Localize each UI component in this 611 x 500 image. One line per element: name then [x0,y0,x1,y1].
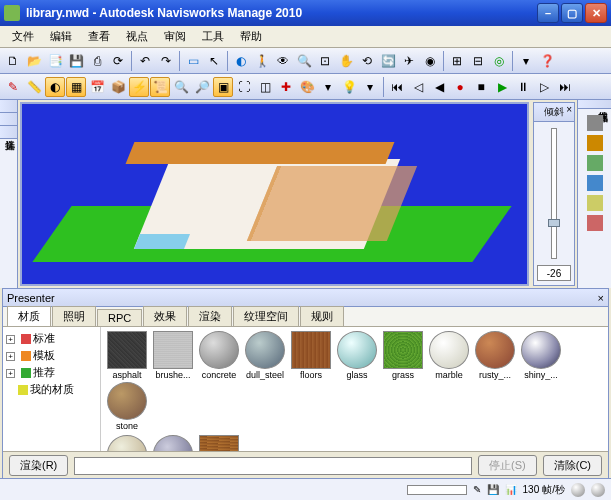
material-stone[interactable]: stone [105,382,149,431]
redline-icon[interactable]: ✎ [3,77,23,97]
pause-icon[interactable]: ⏸ [513,77,533,97]
material-wire[interactable]: wire [151,435,195,451]
measure-icon[interactable]: 📏 [24,77,44,97]
viewpoint-folder-icon[interactable] [587,175,603,191]
presenter-tab-规则[interactable]: 规则 [300,306,344,326]
quick-find-icon[interactable]: 🔎 [192,77,212,97]
pan-icon[interactable]: ✋ [336,51,356,71]
lighting-icon[interactable]: 💡 [339,77,359,97]
close-button[interactable]: ✕ [585,3,607,23]
cursor-icon[interactable]: ↖ [204,51,224,71]
material-shiny_...[interactable]: shiny_... [519,331,563,380]
record-icon[interactable]: ● [450,77,470,97]
material-stucco[interactable]: stucco [105,435,149,451]
presenter-tab-效果[interactable]: 效果 [143,306,187,326]
section-icon[interactable]: ✚ [276,77,296,97]
render-style-icon[interactable]: ▾ [318,77,338,97]
orbit-icon[interactable]: ⟲ [357,51,377,71]
mode-icon[interactable]: ▾ [360,77,380,97]
viewpoint-save-icon[interactable] [587,115,603,131]
menu-视点[interactable]: 视点 [118,27,156,46]
fly-icon[interactable]: ✈ [399,51,419,71]
split-icon[interactable]: ◫ [255,77,275,97]
redo-icon[interactable]: ↷ [156,51,176,71]
turntable-icon[interactable]: ◉ [420,51,440,71]
material-marble[interactable]: marble [427,331,471,380]
next-icon[interactable]: ▷ [534,77,554,97]
side-tab-红线批注工具[interactable]: 红线批注工具 [0,113,17,126]
play-rev-icon[interactable]: ◀ [429,77,449,97]
walk-icon[interactable]: 🚶 [252,51,272,71]
tree-item[interactable]: + 推荐 [6,364,97,381]
material-rusty_...[interactable]: rusty_... [473,331,517,380]
publish-icon[interactable]: ⎙ [87,51,107,71]
side-tab-选择集[interactable]: 选择集 [0,126,17,139]
material-floors[interactable]: floors [289,331,333,380]
tilt-value-input[interactable] [537,265,571,281]
examine-icon[interactable]: 🔄 [378,51,398,71]
tree-item[interactable]: 我的材质 [6,381,97,398]
undo-icon[interactable]: ↶ [135,51,155,71]
3d-viewport[interactable] [20,102,529,286]
menu-工具[interactable]: 工具 [194,27,232,46]
zoom-sel-icon[interactable]: ⊟ [468,51,488,71]
tree-item[interactable]: + 标准 [6,330,97,347]
timeliner-icon[interactable]: 📅 [87,77,107,97]
material-dull_steel[interactable]: dull_steel [243,331,287,380]
maximize-button[interactable]: ▢ [561,3,583,23]
nav-icon[interactable]: ◐ [231,51,251,71]
menu-帮助[interactable]: 帮助 [232,27,270,46]
play-icon[interactable]: ▶ [492,77,512,97]
dropdown-icon[interactable]: ▾ [516,51,536,71]
rewind-icon[interactable]: ⏮ [387,77,407,97]
box-icon[interactable]: 📦 [108,77,128,97]
menu-编辑[interactable]: 编辑 [42,27,80,46]
help-icon[interactable]: ❓ [537,51,557,71]
animator-icon[interactable]: ▦ [66,77,86,97]
tree-item[interactable]: + 模板 [6,347,97,364]
menu-文件[interactable]: 文件 [4,27,42,46]
focus-icon[interactable]: ◎ [489,51,509,71]
find-icon[interactable]: 🔍 [171,77,191,97]
minimize-button[interactable]: – [537,3,559,23]
presenter-close-icon[interactable]: × [598,292,604,304]
clear-button[interactable]: 清除(C) [543,455,602,476]
render-button[interactable]: 渲染(R) [9,455,68,476]
stop-icon[interactable]: ■ [471,77,491,97]
open-icon[interactable]: 📂 [24,51,44,71]
refresh-icon[interactable]: ⟳ [108,51,128,71]
zoom-all-icon[interactable]: ⊞ [447,51,467,71]
presenter-tool-icon[interactable]: ◐ [45,77,65,97]
clash-icon[interactable]: ⚡ [129,77,149,97]
material-glass[interactable]: glass [335,331,379,380]
new-icon[interactable]: 🗋 [3,51,23,71]
presenter-tab-照明[interactable]: 照明 [52,306,96,326]
menu-审阅[interactable]: 审阅 [156,27,194,46]
background-icon[interactable]: 🎨 [297,77,317,97]
hide-icon[interactable]: ▣ [213,77,233,97]
presenter-tab-RPC[interactable]: RPC [97,309,142,326]
viewpoint-edit-icon[interactable] [587,135,603,151]
select-icon[interactable]: ▭ [183,51,203,71]
end-icon[interactable]: ⏭ [555,77,575,97]
look-icon[interactable]: 👁 [273,51,293,71]
material-asphalt[interactable]: asphalt [105,331,149,380]
scripter-icon[interactable]: 📜 [150,77,170,97]
material-wood[interactable]: wood [197,435,241,451]
save-icon[interactable]: 💾 [66,51,86,71]
zoom-box-icon[interactable]: ⊡ [315,51,335,71]
menu-查看[interactable]: 查看 [80,27,118,46]
tilt-close-icon[interactable]: × [566,104,572,115]
side-tab-测量工具[interactable]: 测量工具 [0,100,17,113]
zoom-icon[interactable]: 🔍 [294,51,314,71]
prev-icon[interactable]: ◁ [408,77,428,97]
viewpoint-delete-icon[interactable] [587,215,603,231]
presenter-tab-纹理空间[interactable]: 纹理空间 [233,306,299,326]
presenter-tab-渲染[interactable]: 渲染 [188,306,232,326]
tilt-slider[interactable] [551,128,557,259]
fullscreen-icon[interactable]: ⛶ [234,77,254,97]
append-icon[interactable]: 📑 [45,51,65,71]
material-brushe...[interactable]: brushe... [151,331,195,380]
viewpoint-anim-icon[interactable] [587,155,603,171]
presenter-tab-材质[interactable]: 材质 [7,306,51,326]
